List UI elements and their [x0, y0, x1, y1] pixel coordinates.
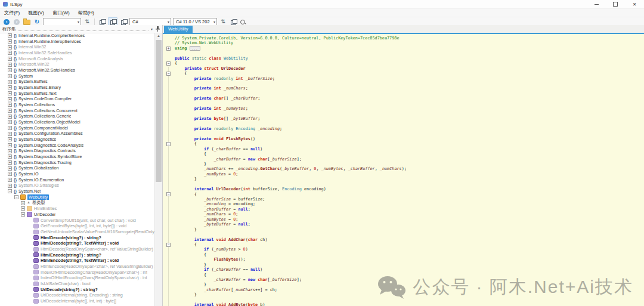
expander-icon[interactable]: + — [8, 103, 12, 107]
expander-icon[interactable]: + — [8, 85, 12, 89]
tree-item[interactable]: +▲基类型 — [0, 200, 155, 206]
tree-item[interactable]: +{}System.Buffers.Text — [0, 91, 155, 97]
expander-icon[interactable]: + — [8, 39, 12, 44]
expander-icon[interactable]: + — [8, 45, 12, 50]
expander-icon[interactable]: + — [8, 160, 12, 165]
fold-marker-icon[interactable]: − — [166, 142, 171, 146]
tree-item[interactable]: HtmlDecode(ReadOnlySpan<char>, ref Value… — [0, 246, 155, 252]
tab-webutility[interactable]: WebUtility — [164, 26, 193, 33]
expander-icon[interactable]: + — [8, 57, 12, 61]
expander-icon[interactable]: + — [8, 149, 12, 153]
expander-icon[interactable]: + — [8, 80, 12, 84]
tree-item[interactable]: +{}System.Diagnostics.Tracing — [0, 160, 155, 166]
tree-item[interactable]: +{}System.IO — [0, 171, 155, 177]
expander-icon[interactable]: + — [8, 154, 12, 159]
chevron-down-icon[interactable]: ▾ — [151, 27, 153, 31]
tree-item[interactable]: UrlDecode(string?) : string? — [0, 287, 155, 293]
scroll-up-icon[interactable]: ▲ — [155, 33, 162, 39]
expander-icon[interactable]: + — [8, 126, 12, 130]
expander-icon[interactable]: + — [8, 97, 12, 101]
expander-icon[interactable]: + — [8, 166, 12, 171]
expander-icon[interactable]: + — [8, 184, 12, 188]
menu-item-1[interactable]: 视图(V) — [24, 9, 48, 17]
menu-item-2[interactable]: 窗口(W) — [48, 9, 74, 17]
expander-icon[interactable]: + — [8, 137, 12, 141]
expander-icon[interactable]: + — [8, 91, 12, 95]
expander-icon[interactable]: + — [8, 63, 12, 67]
tree-item[interactable]: GetNextUnicodeScalarValueFromUtf16Surrog… — [0, 229, 155, 235]
tree-item[interactable]: +UrlDecoder — [0, 212, 155, 218]
tree-item[interactable]: +{}Internal.Runtime.InteropServices — [0, 39, 155, 45]
tree-item[interactable]: +{}System.CodeDom.Compiler — [0, 96, 155, 102]
expander-icon[interactable]: + — [21, 212, 25, 217]
tree-item[interactable]: IndexOfHtmlDecodingChars(ReadOnlySpan<ch… — [0, 270, 155, 276]
tree-item[interactable]: HtmlEncode(string?, TextWriter) : void — [0, 258, 155, 264]
expander-icon[interactable]: + — [21, 201, 25, 205]
tree-item[interactable]: +{}System.Buffers.Binary — [0, 85, 155, 91]
tree-item[interactable]: +{}Microsoft.Win32.SafeHandles — [0, 67, 155, 73]
expander-icon[interactable]: + — [8, 115, 12, 119]
tree-item[interactable]: +{}System.Collections.Generic — [0, 113, 155, 119]
tree-item[interactable]: +{}Internal.Win32.SafeHandles — [0, 50, 155, 56]
tree-item[interactable]: HtmlEncode(ReadOnlySpan<char>, ref Value… — [0, 264, 155, 270]
tree-scrollbar[interactable]: ▲ — [154, 33, 162, 306]
tree-item[interactable]: +HtmlEntities — [0, 206, 155, 212]
tree-item[interactable]: IndexOfHtmlEncodingChars(ReadOnlySpan<ch… — [0, 275, 155, 281]
decompiled-code-view[interactable]: // System.Private.CoreLib, Version=6.0.0… — [163, 34, 644, 306]
expander-icon[interactable]: − — [14, 195, 18, 199]
expander-icon[interactable]: − — [8, 189, 12, 193]
expander-icon[interactable]: + — [8, 178, 12, 182]
expander-icon[interactable]: + — [8, 109, 12, 113]
tree-item[interactable]: +{}System.IO.Strategies — [0, 183, 155, 188]
expander-icon[interactable]: + — [8, 143, 12, 147]
tree-item[interactable]: GetEncodedBytes(byte[], int, int, byte[]… — [0, 223, 155, 229]
tree-item[interactable]: +{}Internal.Win32 — [0, 44, 155, 50]
expander-icon[interactable]: + — [8, 68, 12, 72]
fold-marker-icon[interactable]: − — [166, 72, 171, 76]
tree-item[interactable]: +{}System.Globalization — [0, 165, 155, 171]
tree-item[interactable]: +{}System.Diagnostics.SymbolStore — [0, 154, 155, 160]
tree-item[interactable]: −{}System.Net — [0, 188, 155, 194]
maximize-button[interactable] — [606, 0, 625, 8]
menu-item-3[interactable]: 帮助(H) — [74, 9, 98, 17]
tree-item[interactable]: UrlDecodeInternal(string, Encoding) : st… — [0, 292, 155, 298]
tree-item[interactable]: +{}System.Collections — [0, 102, 155, 108]
fold-marker-icon[interactable]: − — [166, 243, 171, 247]
close-button[interactable]: ✕ — [625, 0, 644, 8]
tree-item[interactable]: +{}System.Diagnostics — [0, 137, 155, 143]
tree-item[interactable]: +{}Microsoft.CodeAnalysis — [0, 56, 155, 62]
expander-icon[interactable]: + — [8, 33, 12, 38]
expander-icon[interactable]: + — [8, 51, 12, 55]
tree-item[interactable]: +{}System.Collections.ObjectModel — [0, 119, 155, 125]
fold-marker-icon[interactable]: − — [166, 192, 171, 196]
tree-item[interactable]: −WebUtility — [0, 194, 155, 200]
tree-scrollbar-thumb[interactable] — [156, 40, 162, 182]
tree-item[interactable]: +{}System — [0, 73, 155, 79]
expander-icon[interactable]: + — [8, 132, 12, 136]
expander-icon[interactable]: + — [8, 120, 12, 124]
tree-item[interactable]: HtmlDecode(string?, TextWriter) : void — [0, 240, 155, 246]
tree-item[interactable]: +{}Internal.Runtime.CompilerServices — [0, 33, 155, 39]
expander-icon[interactable]: + — [8, 172, 12, 176]
tree-item[interactable]: IsUrlSafeChar(char) : bool — [0, 281, 155, 287]
fold-marker-icon[interactable]: + — [166, 47, 171, 51]
minimize-button[interactable] — [587, 0, 606, 8]
expander-icon[interactable]: + — [21, 206, 25, 211]
expander-icon[interactable]: + — [8, 74, 12, 78]
tree-item[interactable]: HtmlEncode(string?) : string? — [0, 252, 155, 258]
tree-item[interactable]: +{}Microsoft.Win32 — [0, 61, 155, 67]
tree-item[interactable]: +{}System.Configuration.Assemblies — [0, 131, 155, 137]
tree-item[interactable]: +{}System.IO.Enumeration — [0, 177, 155, 183]
pin-icon[interactable] — [156, 26, 160, 32]
tree-item[interactable]: HtmlDecode(string?) : string? — [0, 235, 155, 241]
tree-item[interactable]: +{}System.Diagnostics.Contracts — [0, 148, 155, 154]
tree-item[interactable]: +{}System.Diagnostics.CodeAnalysis — [0, 143, 155, 149]
tree-item-label: Microsoft.Win32.SafeHandles — [18, 67, 75, 73]
tree-item[interactable]: ConvertSmpToUtf16(uint, out char, out ch… — [0, 218, 155, 224]
tree-item[interactable]: +{}System.Buffers — [0, 79, 155, 85]
tree-item[interactable]: +{}System.Collections.Concurrent — [0, 108, 155, 114]
fold-marker-icon[interactable]: − — [166, 61, 171, 66]
tree-item[interactable]: UrlDecodeInternal(byte[], int, int) : by… — [0, 298, 155, 304]
tree-item[interactable]: +{}System.ComponentModel — [0, 125, 155, 131]
menu-item-0[interactable]: 文件(F) — [0, 9, 24, 17]
